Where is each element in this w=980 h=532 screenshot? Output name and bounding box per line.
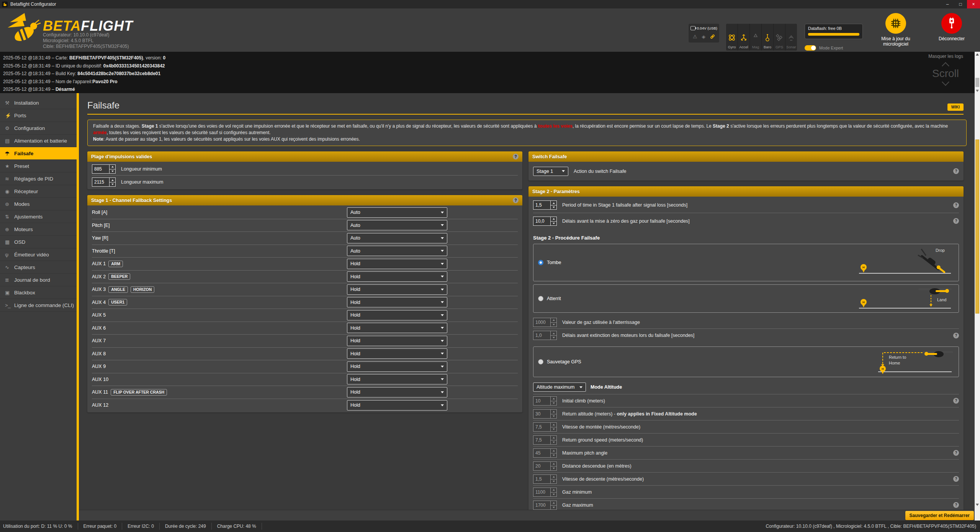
spin-up-icon[interactable] xyxy=(110,165,115,169)
channel-fallback-select[interactable]: Hold xyxy=(347,400,447,410)
sidebar-item-modes[interactable]: ⊚Modes xyxy=(0,198,77,210)
spin-down-icon[interactable] xyxy=(110,182,115,186)
help-icon[interactable]: ? xyxy=(953,202,959,208)
channel-fallback-select[interactable]: Hold xyxy=(347,271,447,282)
spin-up-icon[interactable] xyxy=(551,318,556,322)
help-icon[interactable]: ? xyxy=(513,154,519,159)
spin-up-icon[interactable] xyxy=(110,178,115,182)
spin-down-icon[interactable] xyxy=(551,414,556,418)
spin-up-icon[interactable] xyxy=(551,449,556,453)
number-value[interactable]: 7,5 xyxy=(533,435,551,445)
altitude-mode-select[interactable]: Altitude maximum xyxy=(533,383,586,392)
channel-fallback-select[interactable]: Hold xyxy=(347,387,447,397)
channel-fallback-select[interactable]: Hold xyxy=(347,259,447,269)
spinner-buttons[interactable] xyxy=(110,164,116,174)
sidebar-item-receiver[interactable]: ◉Récepteur xyxy=(0,185,77,198)
gps-field-6-input[interactable]: 1,5 xyxy=(533,475,557,484)
spin-up-icon[interactable] xyxy=(551,462,556,466)
procedure-gps-rescue-option[interactable]: Sauvetage GPS xyxy=(533,346,959,377)
sidebar-item-installation[interactable]: ⚒Installation xyxy=(0,97,77,109)
spin-up-icon[interactable] xyxy=(551,217,556,221)
main-scrollbar-thumb[interactable] xyxy=(975,140,979,314)
pulse-field-1-input[interactable]: 2115 xyxy=(92,177,116,187)
scroll-down-icon[interactable] xyxy=(976,504,979,506)
channel-fallback-select[interactable]: Hold xyxy=(347,361,447,372)
gps-field-1-input[interactable]: 30 xyxy=(533,409,557,419)
gps-field-4-input[interactable]: 45 xyxy=(533,448,557,458)
sidebar-item-logging[interactable]: ≣Journal de bord xyxy=(0,274,77,286)
help-icon[interactable]: ? xyxy=(953,333,959,338)
help-icon[interactable]: ? xyxy=(513,197,519,203)
spin-down-icon[interactable] xyxy=(551,335,556,340)
spin-down-icon[interactable] xyxy=(551,492,556,496)
channel-fallback-select[interactable]: Hold xyxy=(347,284,447,295)
spin-down-icon[interactable] xyxy=(551,466,556,470)
spinner-buttons[interactable] xyxy=(551,318,557,327)
pulse-field-0-input[interactable]: 885 xyxy=(92,164,116,174)
landing-field-1-input[interactable]: 1,0 xyxy=(533,331,557,340)
number-value[interactable]: 20 xyxy=(533,461,551,471)
sidebar-item-sensors[interactable]: ∿Capteurs xyxy=(0,261,77,274)
sidebar-item-motors[interactable]: ⊕Moteurs xyxy=(0,223,77,236)
scroll-down-icon[interactable] xyxy=(976,90,979,92)
sidebar-item-osd[interactable]: ▦OSD xyxy=(0,236,77,248)
spinner-buttons[interactable] xyxy=(551,501,557,510)
spin-up-icon[interactable] xyxy=(551,410,556,414)
scroll-up-icon[interactable] xyxy=(976,53,979,56)
number-value[interactable]: 2115 xyxy=(92,177,110,187)
sidebar-item-video-transmitter[interactable]: ψÉmetteur vidéo xyxy=(0,248,77,261)
spinner-buttons[interactable] xyxy=(551,409,557,419)
channel-fallback-select[interactable]: Hold xyxy=(347,336,447,346)
spin-up-icon[interactable] xyxy=(551,423,556,427)
channel-fallback-select[interactable]: Hold xyxy=(347,310,447,320)
number-value[interactable]: 45 xyxy=(533,448,551,458)
spinner-buttons[interactable] xyxy=(551,461,557,471)
sidebar-item-cli[interactable]: >_Ligne de commande (CLI) xyxy=(0,299,77,312)
channel-fallback-select[interactable]: Hold xyxy=(347,348,447,359)
wiki-button[interactable]: WIKI xyxy=(947,103,964,111)
number-value[interactable]: 1100 xyxy=(533,488,551,497)
spin-down-icon[interactable] xyxy=(551,221,556,225)
help-icon[interactable]: ? xyxy=(953,398,959,404)
stage2-field-1-input[interactable]: 10,0 xyxy=(533,217,557,226)
gps-field-5-input[interactable]: 20 xyxy=(533,461,557,471)
spin-up-icon[interactable] xyxy=(551,436,556,440)
spinner-buttons[interactable] xyxy=(551,396,557,406)
spinner-buttons[interactable] xyxy=(551,488,557,497)
switch-action-select[interactable]: Stage 1 xyxy=(533,167,568,176)
number-value[interactable]: 1,0 xyxy=(533,331,551,340)
log-scrollbar[interactable] xyxy=(975,52,980,93)
spin-up-icon[interactable] xyxy=(551,475,556,479)
channel-fallback-select[interactable]: Auto xyxy=(347,220,447,230)
spinner-buttons[interactable] xyxy=(551,448,557,458)
expert-mode-toggle[interactable] xyxy=(805,45,816,51)
channel-fallback-select[interactable]: Auto xyxy=(347,233,447,243)
number-value[interactable]: 885 xyxy=(92,164,110,174)
procedure-land-option[interactable]: Atterrit H xyxy=(533,284,959,313)
spinner-buttons[interactable] xyxy=(551,435,557,445)
spinner-buttons[interactable] xyxy=(551,422,557,432)
help-icon[interactable]: ? xyxy=(953,476,959,482)
sidebar-item-failsafe[interactable]: ☂Failsafe xyxy=(0,147,77,160)
spinner-buttons[interactable] xyxy=(551,200,557,210)
number-value[interactable]: 1,5 xyxy=(533,475,551,484)
channel-fallback-select[interactable]: Hold xyxy=(347,297,447,307)
spin-up-icon[interactable] xyxy=(551,331,556,335)
help-icon[interactable]: ? xyxy=(953,502,959,508)
sidebar-item-power-battery[interactable]: ▤Alimentation et batterie xyxy=(0,135,77,147)
minimize-icon[interactable]: – xyxy=(941,0,954,8)
channel-fallback-select[interactable]: Hold xyxy=(347,374,447,384)
channel-fallback-select[interactable]: Hold xyxy=(347,323,447,333)
spinner-buttons[interactable] xyxy=(551,217,557,226)
gps-field-2-input[interactable]: 7,5 xyxy=(533,422,557,432)
sidebar-item-ports[interactable]: ⚡Ports xyxy=(0,109,77,122)
spin-down-icon[interactable] xyxy=(551,427,556,431)
sidebar-item-adjustments[interactable]: ⇅Ajustements xyxy=(0,210,77,223)
spin-down-icon[interactable] xyxy=(551,453,556,457)
number-value[interactable]: 1000 xyxy=(533,318,551,327)
hide-logs-link[interactable]: Masquer les logs xyxy=(928,54,963,59)
spin-up-icon[interactable] xyxy=(551,488,556,492)
firmware-flasher-button[interactable]: Mise à jour du micrologiciel xyxy=(873,13,919,47)
spin-down-icon[interactable] xyxy=(551,505,556,509)
number-value[interactable]: 10,0 xyxy=(533,217,551,226)
